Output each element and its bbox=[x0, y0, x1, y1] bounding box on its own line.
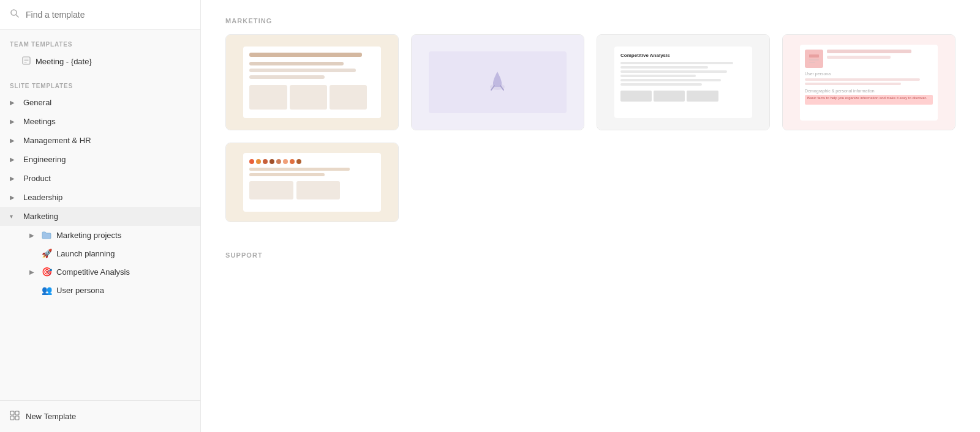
chevron-right-icon: ▶ bbox=[10, 118, 18, 125]
engineering-label: Engineering bbox=[23, 155, 66, 164]
team-templates-label: TEAM TEMPLATES bbox=[0, 30, 200, 51]
svg-rect-6 bbox=[10, 411, 14, 415]
sidebar-item-leadership[interactable]: ▶ Leadership bbox=[0, 188, 200, 207]
chevron-right-icon: ▶ bbox=[10, 137, 18, 144]
template-card-marketing-projects[interactable]: Marketing projects bbox=[225, 34, 399, 130]
comp-preview-title: Competitive Analysis bbox=[620, 53, 746, 58]
new-template-icon bbox=[10, 411, 20, 422]
chevron-down-icon: ▾ bbox=[10, 213, 18, 220]
marketing-label: Marketing bbox=[23, 212, 58, 221]
svg-point-0 bbox=[11, 10, 17, 15]
svg-rect-21 bbox=[809, 59, 819, 61]
sidebar-item-product[interactable]: ▶ Product bbox=[0, 169, 200, 188]
sidebar-child-marketing-projects[interactable]: ▶ Marketing projects bbox=[0, 226, 200, 244]
card-footer-user-persona: User persona bbox=[783, 130, 955, 130]
chevron-right-icon: ▶ bbox=[10, 156, 18, 163]
preview-content bbox=[243, 47, 381, 117]
template-card-competitive-analysis[interactable]: Competitive Analysis bbox=[597, 34, 770, 130]
users-icon: 👥 bbox=[42, 285, 51, 295]
rocket-icon: 🚀 bbox=[42, 248, 51, 258]
marketing-children: ▶ Marketing projects 🚀 Launch planning ▶… bbox=[0, 226, 200, 299]
sidebar: TEAM TEMPLATES Meeting - {date} SLITE TE… bbox=[0, 0, 201, 432]
general-label: General bbox=[23, 98, 51, 107]
svg-rect-22 bbox=[809, 62, 815, 63]
persona-avatar-area bbox=[805, 50, 933, 68]
card-preview-brand-guidelines bbox=[226, 143, 398, 222]
persona-preview-content: User persona Demographic & personal info… bbox=[800, 45, 938, 121]
management-hr-label: Management & HR bbox=[23, 136, 91, 145]
persona-avatar bbox=[805, 50, 823, 68]
svg-line-1 bbox=[17, 15, 19, 18]
chevron-right-icon: ▶ bbox=[10, 175, 18, 182]
slite-templates-label: SLITE TEMPLATES bbox=[0, 72, 200, 93]
leadership-label: Leadership bbox=[23, 193, 62, 202]
launch-icon bbox=[482, 69, 513, 97]
sidebar-scroll: TEAM TEMPLATES Meeting - {date} SLITE TE… bbox=[0, 30, 200, 400]
user-persona-label: User persona bbox=[56, 286, 104, 295]
card-footer-competitive-analysis: Competitive analysis bbox=[597, 130, 769, 130]
marketing-template-grid: Marketing projects bbox=[225, 34, 956, 130]
persona-info-lines bbox=[827, 50, 933, 68]
card-footer-launches: Launches bbox=[412, 130, 584, 130]
empty-grid-cell-2 bbox=[597, 143, 770, 222]
svg-rect-7 bbox=[15, 411, 19, 415]
card-preview-user-persona: User persona Demographic & personal info… bbox=[783, 35, 955, 130]
svg-rect-20 bbox=[809, 54, 819, 58]
competitive-analysis-label: Competitive Analysis bbox=[56, 267, 130, 277]
brand-preview-content bbox=[243, 153, 381, 212]
sidebar-item-general[interactable]: ▶ General bbox=[0, 93, 200, 112]
folder-icon bbox=[42, 230, 51, 240]
comp-preview-content: Competitive Analysis bbox=[614, 47, 752, 117]
meeting-template-label: Meeting - {date} bbox=[36, 57, 92, 66]
product-label: Product bbox=[23, 174, 51, 183]
brand-color-dots bbox=[249, 159, 375, 164]
search-input[interactable] bbox=[26, 10, 190, 20]
meetings-label: Meetings bbox=[23, 117, 56, 126]
sidebar-child-user-persona[interactable]: 👥 User persona bbox=[0, 281, 200, 299]
sidebar-item-engineering[interactable]: ▶ Engineering bbox=[0, 150, 200, 169]
template-card-launches[interactable]: Launches bbox=[411, 34, 584, 130]
sidebar-item-management-hr[interactable]: ▶ Management & HR bbox=[0, 131, 200, 150]
chevron-right-icon: ▶ bbox=[29, 232, 37, 239]
svg-rect-8 bbox=[10, 416, 14, 420]
demographic-subtitle: Demographic & personal information bbox=[805, 89, 933, 93]
launch-planning-label: Launch planning bbox=[56, 249, 115, 258]
sidebar-child-competitive-analysis[interactable]: ▶ 🎯 Competitive Analysis bbox=[0, 263, 200, 281]
card-preview-competitive-analysis: Competitive Analysis bbox=[597, 35, 769, 130]
template-card-user-persona[interactable]: User persona Demographic & personal info… bbox=[782, 34, 956, 130]
support-section-title: SUPPORT bbox=[225, 234, 956, 269]
doc-icon bbox=[22, 56, 31, 67]
sidebar-item-marketing[interactable]: ▾ Marketing bbox=[0, 207, 200, 226]
marketing-template-grid-2: Brand guidelines bbox=[225, 143, 956, 222]
chevron-right-icon: ▶ bbox=[29, 269, 37, 275]
search-bar[interactable] bbox=[0, 0, 200, 30]
search-icon bbox=[10, 9, 20, 21]
svg-rect-9 bbox=[15, 416, 19, 420]
card-footer-brand-guidelines: Brand guidelines bbox=[226, 222, 398, 222]
empty-grid-cell-3 bbox=[782, 143, 956, 222]
card-footer-marketing-projects: Marketing projects bbox=[226, 130, 398, 130]
new-template-label: New Template bbox=[26, 412, 76, 421]
sidebar-item-meeting-date[interactable]: Meeting - {date} bbox=[0, 51, 200, 72]
empty-grid-cell-1 bbox=[411, 143, 584, 222]
main-content: MARKETING bbox=[201, 0, 980, 432]
chevron-right-icon: ▶ bbox=[10, 194, 18, 201]
template-card-brand-guidelines[interactable]: Brand guidelines bbox=[225, 143, 399, 222]
user-persona-subtitle: User persona bbox=[805, 72, 933, 76]
marketing-projects-label: Marketing projects bbox=[56, 231, 121, 240]
card-preview-launches bbox=[412, 35, 584, 130]
card-preview-marketing-projects bbox=[226, 35, 398, 130]
sidebar-child-launch-planning[interactable]: 🚀 Launch planning bbox=[0, 244, 200, 263]
sidebar-item-meetings[interactable]: ▶ Meetings bbox=[0, 112, 200, 131]
target-icon: 🎯 bbox=[42, 267, 51, 277]
chevron-right-icon: ▶ bbox=[10, 99, 18, 106]
marketing-section-title: MARKETING bbox=[225, 0, 956, 34]
launches-preview-content bbox=[429, 51, 567, 113]
new-template-button[interactable]: New Template bbox=[0, 400, 200, 432]
